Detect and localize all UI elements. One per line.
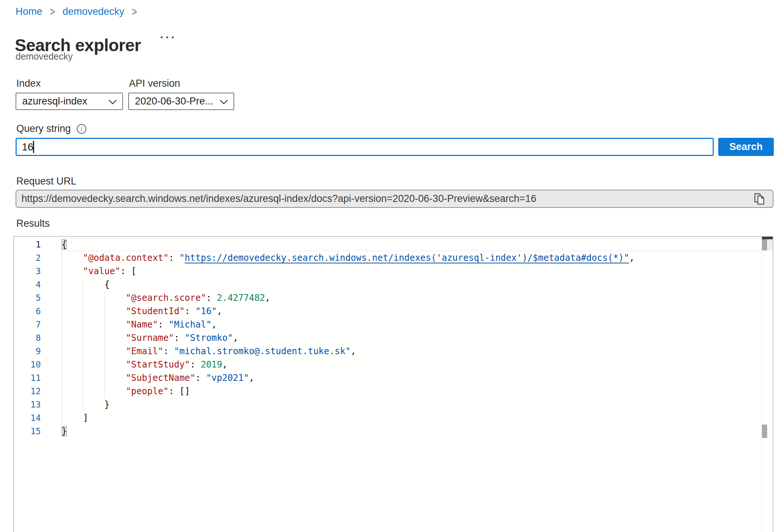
indent-guide	[62, 278, 83, 291]
index-select[interactable]: azuresql-index	[16, 93, 123, 110]
indent-guide	[105, 345, 126, 358]
line-number: 12	[14, 385, 41, 398]
code-line-content: {	[62, 278, 762, 291]
breadcrumb-home-link[interactable]: Home	[16, 6, 42, 17]
line-number: 2	[14, 251, 41, 265]
indent-guide	[62, 305, 83, 318]
api-version-select[interactable]: 2020-06-30-Pre...	[128, 93, 234, 110]
code-line: 10"StartStudy": 2019,	[14, 358, 773, 371]
indent-guide	[62, 265, 83, 278]
code-line-content: "StartStudy": 2019,	[62, 358, 762, 371]
editor-scrollbar-track	[762, 237, 773, 532]
line-number: 4	[14, 278, 41, 291]
indent-guide	[62, 291, 83, 305]
editor-scrollbar-thumb[interactable]	[762, 239, 767, 250]
breadcrumb: Home > demovedecky >	[16, 6, 137, 17]
code-line-content: "@odata.context": "https://demovedecky.s…	[62, 251, 762, 265]
request-url-field[interactable]: https://demovedecky.search.windows.net/i…	[16, 190, 773, 208]
code-line-content: "StudentId": "16",	[62, 305, 762, 318]
code-line: 4{	[14, 278, 773, 291]
code-line-content: "Name": "Michal",	[62, 318, 762, 331]
breadcrumb-separator-icon: >	[50, 5, 55, 18]
line-number: 13	[14, 398, 41, 411]
indent-guide	[105, 331, 126, 345]
code-line-content: "@search.score": 2.4277482,	[62, 291, 762, 305]
code-line-content: "Email": "michal.stromko@.student.tuke.s…	[62, 345, 762, 358]
indent-guide	[62, 345, 83, 358]
code-line: 14]	[14, 411, 773, 425]
page-subtitle: demovedecky	[16, 51, 73, 62]
indent-guide	[62, 318, 83, 331]
search-button[interactable]: Search	[718, 138, 774, 156]
scrollbar-thumb-lower[interactable]	[762, 425, 767, 438]
request-url-value: https://demovedecky.search.windows.net/i…	[21, 193, 750, 205]
code-line: 15}	[14, 425, 773, 438]
indent-guide	[83, 398, 105, 411]
indent-guide	[105, 385, 126, 398]
results-label: Results	[16, 218, 50, 229]
more-options-button[interactable]: ···	[159, 30, 178, 45]
indent-guide	[83, 345, 105, 358]
code-line-content: }	[62, 425, 762, 438]
copy-icon	[753, 202, 768, 207]
indent-guide	[83, 305, 105, 318]
copy-button[interactable]	[753, 192, 768, 206]
indent-guide	[62, 398, 83, 411]
indent-guide	[105, 318, 126, 331]
indent-guide	[83, 358, 105, 371]
indent-guide	[83, 278, 105, 291]
indent-guide	[105, 371, 126, 385]
indent-guide	[62, 411, 83, 425]
index-select-value: azuresql-index	[22, 96, 105, 107]
line-number: 10	[14, 358, 41, 371]
code-line-content: "people": []	[62, 385, 762, 398]
line-number: 9	[14, 345, 41, 358]
indent-guide	[62, 385, 83, 398]
indent-guide	[83, 385, 105, 398]
code-line-content: "SubjectName": "vp2021",	[62, 371, 762, 385]
chevron-down-icon	[108, 96, 117, 107]
api-version-select-value: 2020-06-30-Pre...	[135, 96, 216, 107]
line-number: 11	[14, 371, 41, 385]
code-line: 6"StudentId": "16",	[14, 305, 773, 318]
code-line-content: "Surname": "Stromko",	[62, 331, 762, 345]
chevron-down-icon	[219, 96, 228, 107]
indent-guide	[83, 318, 105, 331]
info-icon[interactable]: i	[77, 124, 86, 134]
code-area: 1{2"@odata.context": "https://demovedeck…	[14, 237, 773, 438]
line-number: 6	[14, 305, 41, 318]
line-number: 15	[14, 425, 41, 438]
index-label: Index	[16, 78, 41, 89]
overview-ruler-corner	[768, 239, 773, 250]
line-number: 1	[14, 238, 41, 251]
code-line: 11"SubjectName": "vp2021",	[14, 371, 773, 385]
indent-guide	[83, 291, 105, 305]
code-line-content: {	[62, 238, 762, 251]
api-version-label: API version	[129, 78, 180, 89]
indent-guide	[83, 371, 105, 385]
breadcrumb-service-link[interactable]: demovedecky	[63, 6, 125, 17]
indent-guide	[62, 358, 83, 371]
code-line: 13}	[14, 398, 773, 411]
indent-guide	[83, 331, 105, 345]
code-line-content: ]	[62, 411, 762, 425]
code-line: 3"value": [	[14, 265, 773, 278]
query-string-label: Query string	[16, 123, 71, 134]
code-line-content: }	[62, 398, 762, 411]
line-number: 5	[14, 291, 41, 305]
indent-guide	[62, 371, 83, 385]
line-number: 3	[14, 265, 41, 278]
query-input[interactable]	[16, 138, 714, 156]
results-json-editor[interactable]: 1{2"@odata.context": "https://demovedeck…	[13, 236, 773, 532]
code-line: 12"people": []	[14, 385, 773, 398]
line-number: 14	[14, 411, 41, 425]
query-input-wrap	[16, 138, 714, 156]
line-number: 7	[14, 318, 41, 331]
code-line: 5"@search.score": 2.4277482,	[14, 291, 773, 305]
code-line: 8"Surname": "Stromko",	[14, 331, 773, 345]
code-line: 2"@odata.context": "https://demovedecky.…	[14, 251, 773, 265]
indent-guide	[105, 358, 126, 371]
code-line: 7"Name": "Michal",	[14, 318, 773, 331]
overview-ruler-cursor-mark	[762, 237, 773, 239]
indent-guide	[105, 305, 126, 318]
